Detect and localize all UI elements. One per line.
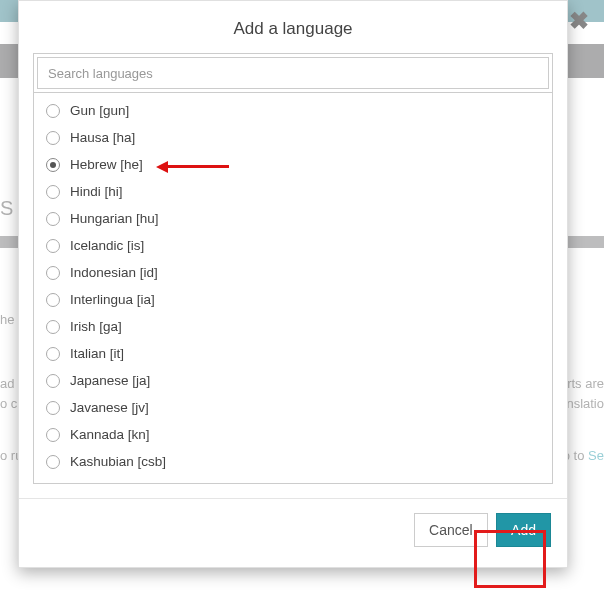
language-radio[interactable]: [46, 158, 60, 172]
language-label: Kannada [kn]: [70, 427, 150, 442]
language-label: Hausa [ha]: [70, 130, 135, 145]
language-radio[interactable]: [46, 401, 60, 415]
modal-footer: Cancel Add: [19, 498, 567, 567]
language-label: Japanese [ja]: [70, 373, 150, 388]
language-label: Indonesian [id]: [70, 265, 158, 280]
language-label: Gun [gun]: [70, 103, 129, 118]
language-label: Irish [ga]: [70, 319, 122, 334]
close-icon: ✖: [569, 7, 589, 34]
language-radio[interactable]: [46, 131, 60, 145]
language-option[interactable]: Hindi [hi]: [42, 178, 552, 205]
language-option[interactable]: Gun [gun]: [42, 97, 552, 124]
language-option[interactable]: Hebrew [he]: [42, 151, 552, 178]
language-option[interactable]: Hungarian [hu]: [42, 205, 552, 232]
language-option[interactable]: Irish [ga]: [42, 313, 552, 340]
language-label: Interlingua [ia]: [70, 292, 155, 307]
language-label: Hindi [hi]: [70, 184, 123, 199]
language-option[interactable]: Italian [it]: [42, 340, 552, 367]
language-label: Icelandic [is]: [70, 238, 144, 253]
search-input[interactable]: [37, 57, 549, 89]
language-list[interactable]: Gun [gun]Hausa [ha]Hebrew [he]Hindi [hi]…: [33, 93, 553, 484]
language-label: Javanese [jv]: [70, 400, 149, 415]
language-option[interactable]: Kannada [kn]: [42, 421, 552, 448]
language-option[interactable]: Kashubian [csb]: [42, 448, 552, 475]
language-option[interactable]: Indonesian [id]: [42, 259, 552, 286]
language-radio[interactable]: [46, 185, 60, 199]
language-radio[interactable]: [46, 455, 60, 469]
add-button[interactable]: Add: [496, 513, 551, 547]
language-option[interactable]: Japanese [ja]: [42, 367, 552, 394]
language-radio[interactable]: [46, 239, 60, 253]
language-radio[interactable]: [46, 104, 60, 118]
language-label: Italian [it]: [70, 346, 124, 361]
language-label: Hebrew [he]: [70, 157, 143, 172]
language-radio[interactable]: [46, 266, 60, 280]
language-radio[interactable]: [46, 320, 60, 334]
language-radio[interactable]: [46, 428, 60, 442]
language-option[interactable]: Hausa [ha]: [42, 124, 552, 151]
language-label: Hungarian [hu]: [70, 211, 159, 226]
language-option[interactable]: Icelandic [is]: [42, 232, 552, 259]
language-label: Kashubian [csb]: [70, 454, 166, 469]
cancel-button[interactable]: Cancel: [414, 513, 488, 547]
modal-title: Add a language: [19, 1, 567, 53]
language-option[interactable]: Javanese [jv]: [42, 394, 552, 421]
modal-body: Gun [gun]Hausa [ha]Hebrew [he]Hindi [hi]…: [19, 53, 567, 498]
language-option[interactable]: Interlingua [ia]: [42, 286, 552, 313]
language-radio[interactable]: [46, 374, 60, 388]
language-radio[interactable]: [46, 212, 60, 226]
add-language-modal: Add a language Gun [gun]Hausa [ha]Hebrew…: [18, 0, 568, 568]
language-radio[interactable]: [46, 293, 60, 307]
search-wrapper: [33, 53, 553, 93]
language-radio[interactable]: [46, 347, 60, 361]
